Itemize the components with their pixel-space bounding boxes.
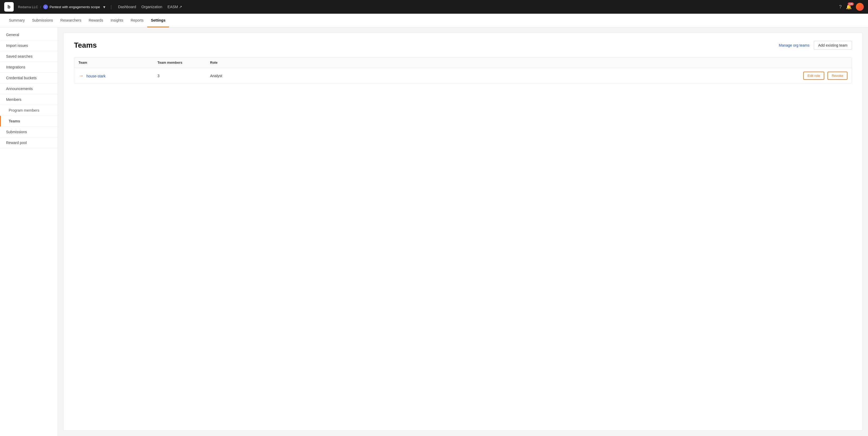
notifications-icon[interactable]: 🔔 145 xyxy=(846,4,852,10)
col-team: Team xyxy=(79,61,157,64)
logo[interactable]: b xyxy=(4,2,14,11)
page-header: Teams Manage org teams Add existing team xyxy=(74,41,852,50)
sidebar: General Import issues Saved searches Int… xyxy=(0,27,58,436)
sidebar-item-integrations[interactable]: Integrations xyxy=(0,62,58,73)
sidebar-item-reward-pool[interactable]: Reward pool xyxy=(0,137,58,148)
help-icon[interactable]: ? xyxy=(839,4,842,10)
team-link[interactable]: house-stark xyxy=(86,74,105,78)
avatar[interactable] xyxy=(856,3,864,11)
nav-dashboard[interactable]: Dashboard xyxy=(118,5,136,9)
manage-org-teams-button[interactable]: Manage org teams xyxy=(779,43,810,48)
tab-settings[interactable]: Settings xyxy=(147,14,169,27)
sidebar-item-import-issues[interactable]: Import issues xyxy=(0,40,58,51)
org-name: Redama LLC xyxy=(18,5,38,9)
sidebar-item-credential-buckets[interactable]: Credential buckets xyxy=(0,73,58,84)
revoke-button[interactable]: Revoke xyxy=(828,72,847,80)
members-count-cell: 3 xyxy=(157,74,210,78)
sidebar-item-program-members[interactable]: Program members xyxy=(0,105,58,116)
page-actions: Manage org teams Add existing team xyxy=(779,41,852,50)
navbar-right: ? 🔔 145 xyxy=(839,3,864,11)
role-cell: Analyst xyxy=(210,74,263,78)
main-container: General Import issues Saved searches Int… xyxy=(0,27,868,436)
sidebar-item-teams[interactable]: Teams xyxy=(0,116,58,127)
sidebar-item-members[interactable]: Members xyxy=(0,94,58,105)
tab-researchers[interactable]: Researchers xyxy=(57,14,85,27)
nav-easm[interactable]: EASM ↗ xyxy=(167,5,182,9)
sidebar-item-saved-searches[interactable]: Saved searches xyxy=(0,51,58,62)
col-role: Role xyxy=(210,61,263,64)
col-actions xyxy=(263,61,847,64)
table-header: Team Team members Role xyxy=(74,57,852,68)
tab-reports[interactable]: Reports xyxy=(127,14,147,27)
breadcrumb-separator: / xyxy=(40,5,41,9)
breadcrumb: Redama LLC / ✓ Pentest with engagements … xyxy=(18,4,106,10)
row-actions: Edit role Revoke xyxy=(263,72,847,80)
sidebar-item-general[interactable]: General xyxy=(0,30,58,40)
top-navbar: b Redama LLC / ✓ Pentest with engagement… xyxy=(0,0,868,14)
sidebar-item-announcements[interactable]: Announcements xyxy=(0,84,58,94)
table-row: → house-stark 3 Analyst Edit role Revoke xyxy=(74,68,852,84)
tab-summary[interactable]: Summary xyxy=(5,14,28,27)
team-name-cell: → house-stark xyxy=(79,73,157,79)
nav-divider: | xyxy=(111,4,112,10)
nav-organization[interactable]: Organization xyxy=(142,5,162,9)
top-nav-links: Dashboard Organization EASM ↗ xyxy=(118,5,182,9)
tab-submissions[interactable]: Submissions xyxy=(28,14,57,27)
arrow-annotation-icon: → xyxy=(79,73,84,79)
tab-rewards[interactable]: Rewards xyxy=(85,14,107,27)
page-title: Teams xyxy=(74,41,97,50)
secondary-navbar: Summary Submissions Researchers Rewards … xyxy=(0,14,868,27)
edit-role-button[interactable]: Edit role xyxy=(803,72,824,80)
program-check-icon: ✓ xyxy=(43,4,48,9)
program-dropdown-button[interactable]: ▾ xyxy=(102,4,106,10)
tab-insights[interactable]: Insights xyxy=(107,14,127,27)
add-existing-team-button[interactable]: Add existing team xyxy=(814,41,852,50)
sidebar-item-submissions[interactable]: Submissions xyxy=(0,127,58,137)
program-name: ✓ Pentest with engagements scope xyxy=(43,4,100,9)
notification-badge: 145 xyxy=(848,2,854,5)
teams-table: Team Team members Role → house-stark 3 A… xyxy=(74,57,852,84)
main-content: Teams Manage org teams Add existing team… xyxy=(63,33,863,431)
col-members: Team members xyxy=(157,61,210,64)
